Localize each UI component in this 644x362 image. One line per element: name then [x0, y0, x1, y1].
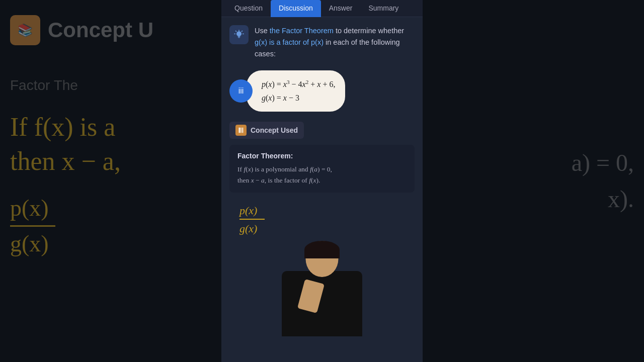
tab-bar: Question Discussion Answer Summary	[221, 0, 423, 17]
bg-left-fraction-line	[10, 225, 55, 227]
main-panel: Question Discussion Answer Summary Use t…	[221, 0, 423, 362]
concept-body: If f(x) is a polynomial and f(a) = 0, th…	[237, 164, 407, 186]
tab-answer[interactable]: Answer	[321, 0, 361, 17]
q-link2: g(x) is a factor of p(x)	[255, 38, 324, 46]
concept-section: Concept Used Factor Theorem: If f(x) is …	[229, 122, 415, 193]
tab-summary[interactable]: Summary	[360, 0, 407, 17]
fraction-denominator: g(x)	[239, 221, 415, 236]
problem-box: p(x) = x3 − 4x2 + x + 6, g(x) = x − 3	[247, 70, 345, 112]
q-text-before: Use	[255, 27, 270, 35]
bg-right-math: a) = 0, x).	[572, 145, 634, 217]
q-link1: the Factor Theorem	[270, 27, 334, 35]
svg-rect-1	[238, 36, 240, 37]
fraction-line	[239, 219, 265, 220]
concept-title: Factor Theorem:	[237, 152, 407, 160]
teacher-hair	[304, 241, 340, 258]
fraction-numerator: p(x)	[239, 203, 415, 218]
problem-container: iii p(x) = x3 − 4x2 + x + 6, g(x) = x − …	[229, 70, 415, 112]
bulb-icon	[229, 25, 249, 44]
concept-label: Concept Used	[251, 126, 298, 134]
bg-right-math1: a) = 0,	[572, 145, 634, 181]
svg-rect-3	[238, 128, 240, 133]
bg-left-math-line2: then x − a,	[10, 144, 121, 178]
bg-left-title: Concept U	[48, 18, 153, 42]
bg-left-math-line1: If f(x) is a	[10, 110, 121, 144]
concept-header: Concept Used	[229, 122, 304, 139]
tab-question[interactable]: Question	[226, 0, 271, 17]
content-area: Use the Factor Theorem to determine whet…	[221, 17, 423, 362]
bg-right-math2: x).	[572, 181, 634, 217]
math-fraction: p(x) g(x)	[239, 203, 415, 236]
bg-book-icon: 📚	[10, 15, 40, 45]
bg-left-fraction-bottom: g(x)	[10, 229, 121, 259]
question-block: Use the Factor Theorem to determine whet…	[229, 25, 415, 60]
bg-left-top: 📚 Concept U	[10, 15, 153, 45]
bg-right-content: a) = 0, x).	[423, 0, 644, 362]
question-text: Use the Factor Theorem to determine whet…	[255, 25, 415, 60]
q-text-mid: to determine whether	[334, 27, 404, 35]
bg-left-content: 📚 Concept U Factor The If f(x) is a then…	[0, 0, 221, 362]
teacher-body	[282, 271, 362, 336]
svg-rect-4	[242, 128, 244, 133]
bg-left-math: If f(x) is a then x − a, p(x) g(x)	[10, 110, 121, 259]
concept-book-icon	[235, 125, 247, 136]
problem-line2: g(x) = x − 3	[262, 91, 335, 105]
svg-rect-2	[238, 37, 239, 38]
concept-box: Factor Theorem: If f(x) is a polynomial …	[229, 145, 415, 193]
svg-point-0	[236, 31, 242, 36]
bg-left-subtitle1: Factor The	[10, 75, 78, 95]
step-circle: iii	[229, 79, 253, 103]
teacher-area	[229, 236, 415, 336]
tab-discussion[interactable]: Discussion	[271, 0, 321, 17]
problem-line1: p(x) = x3 − 4x2 + x + 6,	[262, 77, 335, 92]
bg-left-fraction-top: p(x)	[10, 193, 121, 223]
